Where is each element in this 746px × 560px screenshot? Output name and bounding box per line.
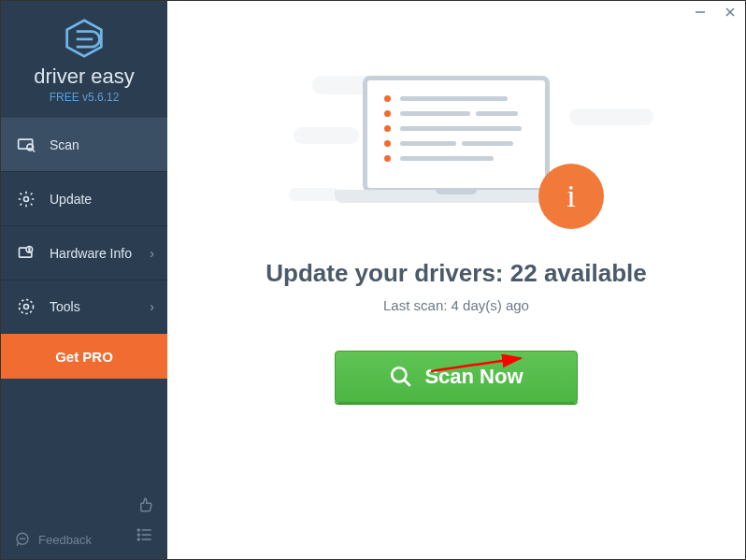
main-panel: i Update your drivers: 22 available Last… [167,1,745,559]
svg-point-12 [20,300,34,314]
sidebar: driver easy FREE v5.6.12 Scan [1,1,167,559]
nav-label: Tools [50,299,80,314]
headline-prefix: Update your drivers: [265,259,510,287]
svg-point-16 [22,538,23,539]
info-badge-icon: i [538,164,604,229]
svg-point-15 [20,538,21,539]
feedback-button[interactable]: Feedback [14,531,92,548]
svg-point-17 [24,538,25,539]
svg-line-25 [405,380,411,386]
svg-point-18 [137,529,139,531]
minimize-button[interactable] [685,1,715,23]
chevron-right-icon: › [150,246,154,261]
nav-item-update[interactable]: Update [1,171,167,225]
nav-label: Hardware Info [50,246,132,261]
svg-line-7 [33,150,36,152]
thumbs-up-icon[interactable] [136,495,154,518]
scan-now-label: Scan Now [424,365,523,389]
get-pro-button[interactable]: Get PRO [1,334,167,379]
hardware-icon: i [16,243,36,264]
svg-text:i: i [29,247,30,252]
svg-point-20 [137,534,139,536]
brand-block: driver easy FREE v5.6.12 [1,1,167,117]
gear-icon [16,189,36,209]
feedback-icon [14,531,31,548]
nav-item-tools[interactable]: Tools › [1,280,167,334]
nav-item-hardware[interactable]: i Hardware Info › [1,225,167,280]
nav-label: Update [50,192,92,207]
svg-point-8 [24,196,29,201]
close-button[interactable] [715,1,745,23]
list-icon[interactable] [136,525,154,548]
svg-point-13 [24,305,29,309]
decor [569,108,653,125]
laptop-illustration: i [335,76,578,225]
feedback-label: Feedback [38,533,92,547]
last-scan-text: Last scan: 4 day(s) ago [383,297,529,313]
search-icon [389,365,413,389]
logo-icon [64,18,105,59]
decor [289,188,340,201]
get-pro-label: Get PRO [55,349,113,365]
scan-now-button[interactable]: Scan Now [335,351,578,403]
scan-icon [16,135,36,155]
headline: Update your drivers: 22 available [265,259,647,288]
headline-suffix: available [538,259,647,287]
svg-point-22 [137,538,139,540]
nav-item-scan[interactable]: Scan [1,117,167,171]
tools-icon [16,296,36,317]
chevron-right-icon: › [150,299,154,314]
nav: Scan Update i [1,117,167,334]
nav-label: Scan [50,137,79,152]
brand-name: driver easy [34,65,135,89]
available-count: 22 [510,259,538,287]
svg-point-24 [393,367,407,381]
brand-version: FREE v5.6.12 [50,91,120,104]
